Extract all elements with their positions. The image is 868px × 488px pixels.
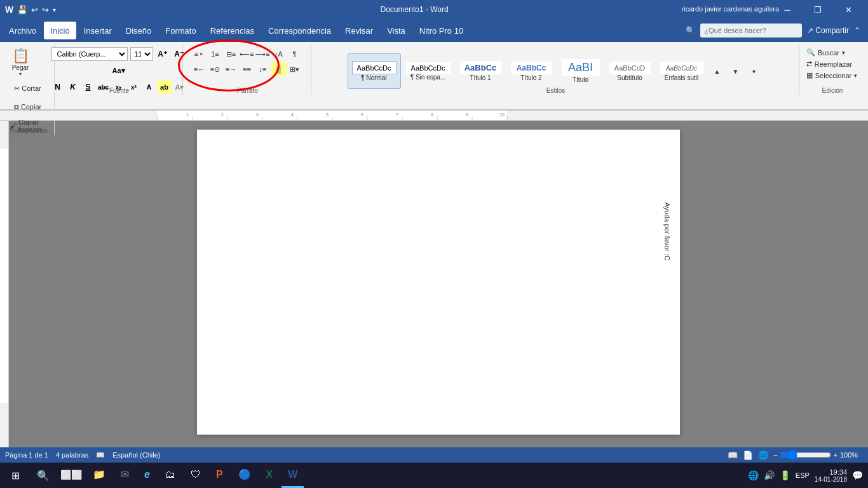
edicion-group: 🔍 Buscar ▾ ⇄ Reemplazar ▦ Seleccionar ▾ …: [801, 44, 864, 95]
zoom-level[interactable]: 100%: [840, 451, 863, 459]
zoom-out-icon[interactable]: −: [773, 451, 777, 459]
menu-referencias[interactable]: Referencias: [204, 22, 261, 39]
taskbar-file-manager[interactable]: 🗂: [159, 463, 182, 488]
svg-text:9: 9: [466, 112, 468, 117]
align-center-button[interactable]: ≡⊙: [208, 62, 223, 76]
font-family-select[interactable]: Calibri (Cuerp...: [51, 47, 128, 61]
align-left-button[interactable]: ≡←: [192, 62, 207, 76]
menu-diseno[interactable]: Diseño: [119, 22, 158, 39]
mail-icon: ✉: [121, 468, 129, 480]
network-icon[interactable]: 🌐: [748, 470, 759, 480]
taskbar-powerpoint[interactable]: P: [210, 463, 229, 488]
menu-correspondencia[interactable]: Correspondencia: [262, 22, 337, 39]
style-enfasis-sutil[interactable]: AaBbCcDc Énfasis sutil: [656, 53, 708, 89]
reemplazar-button[interactable]: ⇄ Reemplazar: [801, 58, 857, 69]
sort-button[interactable]: ↕A: [271, 47, 287, 61]
task-view-button[interactable]: ⬜⬜: [58, 463, 84, 488]
menu-archivo[interactable]: Archivo: [3, 22, 43, 39]
buscar-dropdown[interactable]: ▾: [842, 50, 845, 56]
collapse-ribbon-icon[interactable]: ⌃: [854, 26, 860, 35]
seleccionar-button[interactable]: ▦ Seleccionar ▾: [801, 70, 862, 81]
numbering-button[interactable]: 1≡: [208, 47, 223, 61]
time: 19:34: [815, 468, 847, 476]
menu-inicio[interactable]: Inicio: [44, 22, 76, 39]
word-icon: W: [288, 469, 297, 480]
style-normal[interactable]: AaBbCcDc ¶ Normal: [348, 53, 401, 89]
notifications-icon[interactable]: 💬: [852, 470, 863, 480]
print-layout-icon[interactable]: 📄: [743, 451, 753, 460]
menu-formato[interactable]: Formato: [159, 22, 202, 39]
search-what-input[interactable]: [700, 24, 802, 37]
bullets-button[interactable]: ≡⚬: [192, 47, 207, 61]
zoom-slider[interactable]: [780, 450, 831, 460]
font-color-dropdown[interactable]: Aa▾: [112, 64, 126, 78]
shading-button[interactable]: ▒: [271, 62, 287, 76]
svg-text:5: 5: [326, 112, 329, 117]
increase-font-button[interactable]: A⁺: [156, 47, 170, 61]
taskbar-left: ⊞ 🔍 ⬜⬜ 📁 ✉ e 🗂 🛡 P 🔵 X W: [3, 463, 304, 488]
document-content[interactable]: Ayuda por favor :C: [248, 168, 629, 358]
taskbar-mail[interactable]: ✉: [114, 463, 135, 488]
security-icon: 🛡: [191, 469, 201, 480]
paste-icon: 📋: [12, 48, 29, 64]
show-marks-button[interactable]: ¶: [287, 47, 302, 61]
styles-expand[interactable]: ▾: [745, 62, 763, 80]
menu-revisar[interactable]: Revisar: [339, 22, 379, 39]
align-right-button[interactable]: ≡→: [224, 62, 239, 76]
restore-button[interactable]: ❒: [803, 0, 832, 19]
style-subtitulo[interactable]: AaBbCcD Subtítulo: [605, 53, 655, 89]
style-titulo1[interactable]: AaBbCc Título 1: [456, 53, 506, 89]
language-label[interactable]: Español (Chile): [112, 451, 160, 459]
svg-text:8: 8: [431, 112, 433, 117]
battery-icon[interactable]: 🔋: [780, 470, 790, 480]
read-mode-icon[interactable]: 📖: [728, 451, 738, 460]
line-spacing-button[interactable]: ↕≡: [255, 62, 271, 76]
copy-icon: ⧉: [14, 103, 19, 111]
paste-button[interactable]: 📋 Pegar ▾: [6, 46, 34, 79]
zoom-in-icon[interactable]: +: [834, 451, 837, 459]
decrease-indent-button[interactable]: ⟵≡: [240, 47, 255, 61]
paste-dropdown-icon[interactable]: ▾: [19, 71, 22, 77]
taskbar-word[interactable]: W: [281, 463, 304, 488]
taskbar-excel[interactable]: X: [260, 463, 280, 488]
clock[interactable]: 19:34 14-01-2018: [815, 468, 847, 483]
taskbar-explorer[interactable]: 📁: [86, 463, 112, 488]
cut-button[interactable]: ✂ Cortar: [6, 79, 49, 97]
taskbar-chrome[interactable]: 🔵: [232, 463, 257, 488]
taskbar-edge[interactable]: e: [138, 463, 156, 488]
web-layout-icon[interactable]: 🌐: [758, 451, 768, 460]
volume-icon[interactable]: 🔊: [764, 470, 775, 480]
redo-icon[interactable]: ↪: [42, 5, 49, 15]
keyboard-icon[interactable]: ESP: [796, 471, 810, 479]
doc-canvas[interactable]: Ayuda por favor :C: [9, 121, 868, 447]
style-titulo2[interactable]: AaBbCc Título 2: [506, 53, 557, 89]
word-count: 4 palabras: [56, 451, 88, 459]
search-button[interactable]: 🔍: [31, 463, 56, 488]
close-button[interactable]: ✕: [834, 0, 863, 19]
menu-insertar[interactable]: Insertar: [78, 22, 118, 39]
styles-scroll-down[interactable]: ▼: [727, 62, 745, 80]
document-page[interactable]: Ayuda por favor :C: [197, 130, 680, 435]
styles-scroll-up[interactable]: ▲: [709, 62, 726, 80]
undo-icon[interactable]: ↩: [31, 5, 38, 15]
main-area: Ayuda por favor :C: [0, 121, 868, 447]
increase-indent-button[interactable]: ⟶≡: [255, 47, 271, 61]
menu-nitro[interactable]: Nitro Pro 10: [413, 22, 470, 39]
borders-button[interactable]: ⊞▾: [287, 62, 302, 76]
share-button[interactable]: ↗ Compartir: [807, 26, 849, 35]
reemplazar-icon: ⇄: [806, 60, 812, 68]
svg-text:7: 7: [396, 112, 398, 117]
quick-save-icon[interactable]: 💾: [17, 5, 27, 15]
start-button[interactable]: ⊞: [3, 463, 28, 488]
menu-vista[interactable]: Vista: [381, 22, 412, 39]
font-size-select[interactable]: 11: [130, 47, 153, 61]
justify-button[interactable]: ≡≡: [240, 62, 255, 76]
buscar-button[interactable]: 🔍 Buscar ▾: [801, 47, 850, 58]
seleccionar-dropdown[interactable]: ▾: [854, 72, 857, 79]
style-sin-espa[interactable]: AaBbCcDc ¶ Sin espa...: [402, 53, 455, 89]
style-titulo[interactable]: AaBI Título: [557, 53, 604, 89]
spell-check-icon[interactable]: 📖: [96, 451, 105, 459]
title-bar-controls: ─ ❒ ✕: [773, 0, 863, 19]
taskbar-security[interactable]: 🛡: [184, 463, 207, 488]
multilevel-button[interactable]: ⊟≡: [224, 47, 239, 61]
